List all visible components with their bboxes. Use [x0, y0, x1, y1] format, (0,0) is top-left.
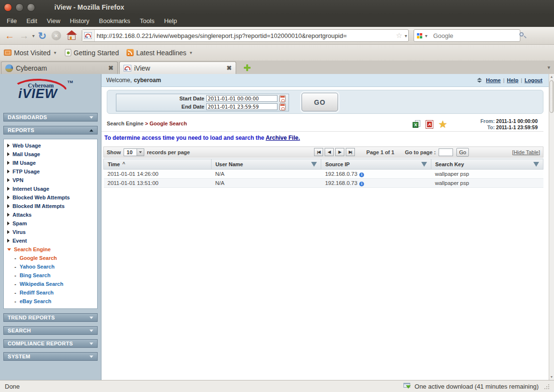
filter-funnel-icon[interactable] [421, 162, 427, 167]
export-excel-icon[interactable]: X [413, 120, 421, 128]
sidebar-item-spam[interactable]: Spam [4, 219, 97, 228]
page-size-select[interactable]: 10 [124, 148, 144, 156]
bookmark-getting-started[interactable]: Getting Started [61, 48, 123, 58]
prev-page-button[interactable]: ◀ [325, 148, 334, 156]
sidebar-section-system[interactable]: SYSTEM [3, 352, 98, 361]
sidebar-section-search[interactable]: SEARCH [3, 326, 98, 335]
site-identity-box[interactable]: iv [82, 30, 95, 41]
bookmark-most-visited[interactable]: Most Visited ▾ [0, 48, 61, 58]
info-icon[interactable]: i [359, 172, 364, 177]
export-pdf-icon[interactable] [426, 120, 433, 129]
sidebar-section-compliance-reports[interactable]: COMPLIANCE REPORTS [3, 339, 98, 348]
sidebar-item-vpn[interactable]: VPN [4, 176, 97, 184]
go-button[interactable]: GO [302, 93, 338, 111]
stop-button[interactable]: ✕ [51, 31, 61, 40]
next-page-button[interactable]: ▶ [335, 148, 344, 156]
new-tab-button[interactable] [243, 63, 252, 72]
sidebar-item-ebay-search[interactable]: -eBay Search [4, 297, 97, 306]
chevron-down-icon [89, 116, 93, 119]
url-dropdown-icon[interactable]: ▾ [405, 33, 407, 38]
sidebar-item-search-engine[interactable]: Search Engine [4, 245, 97, 254]
sidebar-item-im-usage[interactable]: IM Usage [4, 159, 97, 167]
sidebar-item-yahoo-search[interactable]: -Yahoo Search [4, 262, 97, 271]
sidebar-item-google-search[interactable]: -Google Search [4, 254, 97, 262]
scroll-down-icon[interactable]: ▼ [549, 374, 554, 380]
column-header-source-ip[interactable]: Source IP [321, 159, 431, 170]
history-dropdown-icon[interactable]: ▾ [32, 33, 35, 38]
url-input[interactable] [95, 32, 395, 39]
menu-tools[interactable]: Tools [135, 15, 159, 26]
menu-help[interactable]: Help [159, 15, 182, 26]
bookmark-report-icon[interactable]: ★ [438, 119, 447, 129]
sidebar-item-blocked-im-attempts[interactable]: Blocked IM Attempts [4, 202, 97, 210]
sidebar-item-ftp-usage[interactable]: FTP Usage [4, 167, 97, 176]
vertical-scrollbar[interactable]: ▲ ▼ [549, 74, 554, 380]
goto-page-input[interactable] [439, 148, 453, 156]
sidebar-section-dashboards[interactable]: DASHBOARDS [3, 113, 98, 122]
menu-file[interactable]: File [2, 15, 22, 26]
column-label: Source IP [325, 161, 350, 167]
sidebar-item-mail-usage[interactable]: Mail Usage [4, 150, 97, 159]
archive-file-link[interactable]: Archive File. [265, 135, 300, 141]
search-engine-icon[interactable] [417, 33, 422, 38]
tab-iview[interactable]: iv iView ✖ [119, 61, 236, 74]
scrollbar-thumb[interactable] [550, 80, 554, 113]
menu-view[interactable]: View [42, 15, 65, 26]
scroll-up-icon[interactable]: ▲ [549, 74, 554, 80]
sidebar-item-virus[interactable]: Virus [4, 228, 97, 236]
sidebar-section-reports[interactable]: REPORTS [3, 126, 98, 135]
window-minimize-button[interactable] [15, 3, 24, 12]
resize-grip[interactable] [543, 383, 549, 389]
window-close-button[interactable] [4, 3, 12, 12]
sidebar-item-wikipedia-search[interactable]: -Wikipedia Search [4, 280, 97, 288]
bookmark-star-icon[interactable]: ☆ [396, 31, 402, 40]
last-page-button[interactable]: ▶| [346, 148, 355, 156]
tab-close-icon[interactable]: ✖ [108, 64, 113, 72]
dash-bullet: - [14, 281, 16, 287]
tab-list-dropdown-icon[interactable]: ▾ [547, 64, 550, 71]
column-header-time[interactable]: Time^ [104, 159, 212, 170]
first-page-button[interactable]: |◀ [314, 148, 323, 156]
back-button[interactable]: ← [5, 31, 14, 40]
sidebar-item-web-usage[interactable]: Web Usage [4, 141, 97, 150]
goto-page-go-button[interactable]: Go [456, 148, 469, 157]
menu-edit[interactable]: Edit [22, 15, 42, 26]
breadcrumb-parent[interactable]: Search Engine [107, 121, 143, 126]
filter-funnel-icon[interactable] [533, 162, 539, 167]
sidebar-item-attacks[interactable]: Attacks [4, 210, 97, 219]
menu-history[interactable]: History [65, 15, 94, 26]
column-header-search-key[interactable]: Search Key [431, 159, 543, 170]
window-maximize-button[interactable] [27, 3, 35, 12]
help-link[interactable]: Help [507, 77, 518, 83]
filter-funnel-icon[interactable] [311, 162, 317, 167]
forward-button[interactable]: → [19, 31, 29, 40]
hide-table-link[interactable]: [Hide Table] [512, 149, 540, 155]
logout-link[interactable]: Logout [525, 77, 542, 83]
column-header-user-name[interactable]: User Name [211, 159, 321, 170]
menu-bookmarks[interactable]: Bookmarks [94, 15, 135, 26]
sidebar-item-blocked-web-attempts[interactable]: Blocked Web Attempts [4, 193, 97, 202]
bookmark-latest-headlines[interactable]: Latest Headlines ▾ [123, 48, 197, 58]
calendar-icon[interactable] [279, 103, 286, 110]
sidebar-item-bing-search[interactable]: -Bing Search [4, 271, 97, 280]
download-status-text[interactable]: One active download (41 minutes remainin… [415, 383, 539, 390]
search-engine-dropdown-icon[interactable]: ▾ [425, 33, 428, 38]
cell-time: 2011-01-01 14:26:00 [104, 170, 212, 179]
home-link[interactable]: Home [486, 77, 501, 83]
info-icon[interactable]: i [359, 182, 364, 186]
tab-close-icon[interactable]: ✖ [227, 64, 232, 72]
sidebar-item-internet-usage[interactable]: Internet Usage [4, 184, 97, 193]
tab-cyberoam[interactable]: Cyberoam ✖ [1, 61, 118, 74]
reload-button[interactable]: ↻ [38, 31, 47, 41]
download-icon[interactable] [403, 383, 411, 390]
section-label: TREND REPORTS [8, 315, 55, 320]
sidebar-section-trend-reports[interactable]: TREND REPORTS [3, 313, 98, 322]
end-date-input[interactable] [206, 103, 277, 110]
web-search-input[interactable] [432, 32, 519, 39]
sidebar-item-rediff-search[interactable]: -Rediff Search [4, 288, 97, 297]
sidebar-item-event[interactable]: Event [4, 236, 97, 245]
panel-toggle-icon[interactable] [477, 78, 482, 83]
home-button[interactable] [66, 31, 77, 40]
start-date-input[interactable] [206, 95, 277, 102]
calendar-icon[interactable] [279, 95, 286, 102]
